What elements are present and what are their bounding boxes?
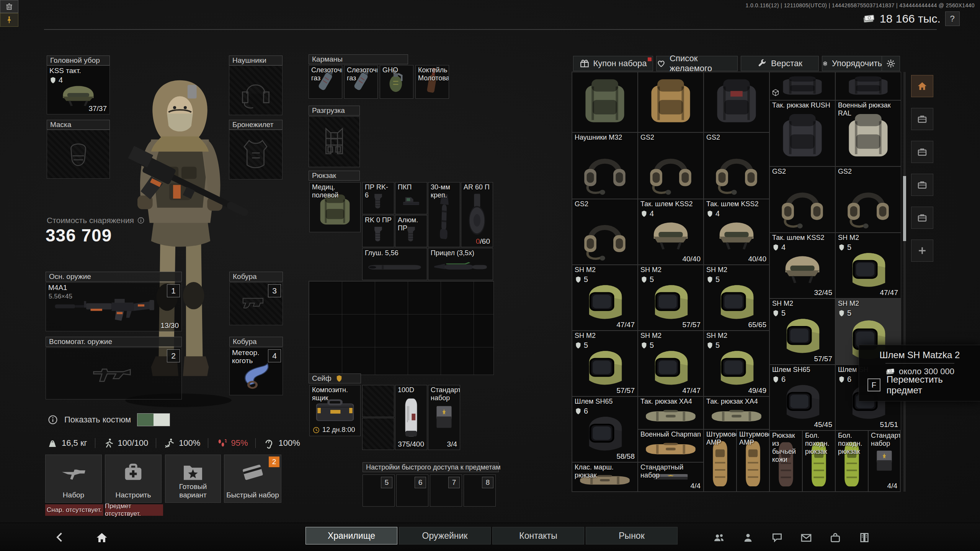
stash-tab-5[interactable] — [911, 207, 933, 229]
stash-button-1[interactable]: Купон набора — [573, 56, 653, 71]
stash-item-cell[interactable]: SH M2547/47 — [572, 265, 638, 331]
stash-item-cell[interactable]: Бол. походн. рюкзак — [802, 430, 835, 492]
stash-item-cell[interactable]: Военный Chapman — [638, 429, 704, 462]
inventory-item-cell[interactable] — [362, 385, 394, 417]
inventory-item-cell[interactable]: ПКП — [395, 182, 427, 214]
stash-scrollbar-thumb[interactable] — [903, 176, 906, 241]
stash-item-cell[interactable]: SH M2549/49 — [704, 331, 769, 396]
stash-item-cell[interactable]: SH M2565/65 — [704, 265, 769, 331]
home-button[interactable] — [95, 531, 109, 544]
equipment-slot-secondary[interactable]: 2 — [46, 347, 182, 399]
stash-item-cell[interactable]: Так. рюкзак RUSH — [769, 100, 835, 166]
quick-slot-6[interactable]: 6 — [396, 474, 428, 507]
inventory-item-cell[interactable]: Медиц. полевой — [309, 182, 361, 232]
tab-контакты[interactable]: Контакты — [492, 527, 584, 544]
inventory-item-cell[interactable]: RK 0 ПР — [362, 215, 394, 247]
stash-item-cell[interactable]: GS2 — [572, 199, 638, 265]
stash-item-cell[interactable]: GS2 — [638, 132, 704, 199]
stash-item-cell[interactable]: Штурмовой AMP — [737, 429, 769, 492]
stash-item-cell[interactable]: Так. шлем KSS2432/45 — [769, 233, 835, 298]
inventory-item-cell[interactable]: Слезоточивый газ — [309, 65, 342, 99]
inventory-item-cell[interactable]: 100D375/400 — [395, 385, 427, 450]
chat-icon[interactable] — [771, 531, 783, 544]
stash-item-cell[interactable]: Рюкзак из бычьей кожи — [769, 430, 802, 492]
tab-хранилище[interactable]: Хранилище — [305, 527, 397, 544]
inventory-item-cell[interactable]: Коктейль Молотова — [415, 65, 449, 99]
inventory-item-cell[interactable] — [362, 418, 394, 450]
stash-tab-3[interactable] — [911, 141, 933, 163]
profile-icon[interactable] — [742, 531, 754, 544]
tab-оружейник[interactable]: Оружейник — [399, 527, 491, 544]
stash-item-cell[interactable] — [638, 72, 704, 132]
stash-item-cell[interactable]: GS2 — [769, 166, 835, 233]
stash-item-cell[interactable]: Стандартный набор4/4 — [638, 462, 704, 492]
equipment-slot-holster2[interactable]: 4Метеор. коготь — [229, 347, 283, 395]
stash-button-3[interactable]: Верстак — [741, 56, 819, 71]
stash-item-cell[interactable]: Так. рюкзак XA4 — [638, 396, 704, 429]
settings-icon[interactable] — [887, 531, 900, 544]
inventory-item-cell[interactable]: GHO — [380, 65, 413, 99]
friends-icon[interactable] — [713, 531, 725, 544]
stash-tab-6[interactable] — [911, 240, 933, 262]
stash-item-cell[interactable]: GS2 — [835, 166, 901, 233]
stash-item-cell[interactable]: SH M2547/47 — [835, 233, 901, 298]
loadout-button-2[interactable]: Настроить — [105, 455, 162, 503]
stash-item-cell[interactable]: Шлем SH65645/45 — [769, 365, 835, 430]
stash-icon[interactable] — [829, 531, 841, 544]
back-button[interactable] — [54, 531, 67, 544]
stash-scrollbar-track[interactable] — [903, 72, 906, 492]
stash-item-cell[interactable]: Так. рюкзак XA4 — [704, 396, 769, 429]
stash-item-cell[interactable]: SH M2557/57 — [638, 265, 704, 331]
stash-item-cell[interactable]: Военный рюкзак RAL — [835, 100, 901, 166]
stash-item-cell[interactable] — [835, 72, 901, 100]
quick-slot-8[interactable]: 8 — [464, 474, 496, 507]
stash-item-cell[interactable]: Так. шлем KSS2440/40 — [704, 199, 769, 265]
stash-item-cell[interactable] — [769, 72, 835, 100]
help-button[interactable]: ? — [945, 11, 960, 26]
pin-tab-button[interactable] — [0, 13, 18, 27]
equipment-slot-holster1[interactable]: 3 — [229, 282, 283, 325]
loadout-button-3[interactable]: Готовый вариант — [165, 455, 221, 503]
inventory-item-cell[interactable]: Прицел (3,5x) — [428, 248, 493, 280]
stash-item-cell[interactable]: Стандартный набор4/4 — [868, 430, 900, 492]
loadout-button-4[interactable]: Быстрый набор2 — [224, 455, 281, 503]
inventory-item-cell[interactable]: ПР RK-6 — [362, 182, 394, 214]
stash-button-2[interactable]: Список желаемого — [656, 56, 738, 71]
stash-tab-2[interactable] — [911, 108, 933, 130]
equipment-slot-mask[interactable] — [47, 130, 110, 179]
quick-slot-5[interactable]: 5 — [363, 474, 395, 507]
stash-item-cell[interactable]: Клас. марш. рюкзак — [572, 462, 638, 492]
inventory-item-cell[interactable]: 30-мм креп. — [428, 182, 460, 247]
stash-tab-1[interactable] — [911, 75, 933, 97]
stash-tab-4[interactable] — [911, 174, 933, 196]
rig-slot[interactable] — [309, 116, 360, 167]
stash-item-cell[interactable]: SH M2547/47 — [638, 331, 704, 396]
equipment-slot-primary[interactable]: 1M4A15.56×4513/30 — [46, 282, 182, 331]
stash-button-4[interactable]: Упорядочить — [822, 56, 900, 71]
inventory-item-cell[interactable]: Стандартный набор3/4 — [428, 385, 460, 450]
equipment-slot-headphones[interactable] — [229, 65, 283, 115]
tab-рынок[interactable]: Рынок — [586, 527, 678, 544]
inventory-item-cell[interactable]: AR 60 П0/60 — [461, 182, 493, 247]
grid-settings-button[interactable] — [882, 56, 900, 71]
journal-icon[interactable] — [858, 531, 871, 544]
stash-item-cell[interactable] — [704, 72, 769, 132]
stash-item-cell[interactable]: SH M2557/57 — [572, 331, 638, 396]
stash-item-cell[interactable]: GS2 — [704, 132, 769, 199]
show-suit-toggle[interactable] — [137, 413, 170, 426]
stash-item-cell[interactable]: SH M2557/57 — [769, 298, 835, 365]
inventory-item-cell[interactable]: Алюм. ПР — [395, 215, 427, 247]
stash-item-cell[interactable]: Наушники M32 — [572, 132, 638, 199]
stash-item-cell[interactable]: Бол. походн. рюкзак — [835, 430, 868, 492]
stash-item-cell[interactable]: Штурмовой AMP — [704, 429, 737, 492]
equipment-slot-vest[interactable] — [229, 130, 283, 179]
stash-item-cell[interactable]: Шлем SH65658/58 — [572, 396, 638, 462]
quick-slot-7[interactable]: 7 — [430, 474, 462, 507]
inventory-item-cell[interactable]: Композитн. ящик12 дн.8:00 — [309, 385, 361, 436]
stash-item-cell[interactable] — [572, 72, 638, 132]
mail-icon[interactable] — [800, 531, 812, 544]
trash-button[interactable] — [0, 0, 18, 13]
stash-item-cell[interactable]: Так. шлем KSS2440/40 — [638, 199, 704, 265]
inventory-item-cell[interactable]: Слезоточивый газ — [344, 65, 378, 99]
equipment-slot-head[interactable]: KSS такт.437/37 — [47, 65, 110, 114]
